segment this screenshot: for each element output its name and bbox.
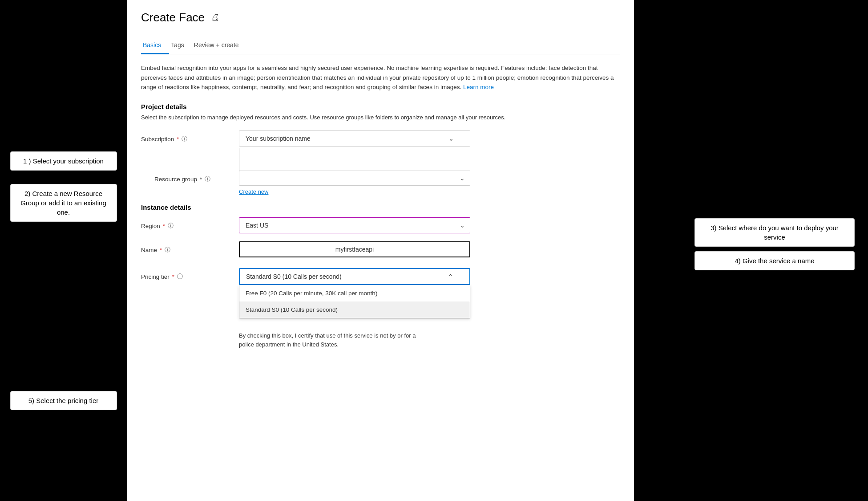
main-content: Create Face 🖨 Basics Tags Review + creat… xyxy=(127,0,634,501)
tab-tags[interactable]: Tags xyxy=(169,37,192,54)
right-sidebar: 3) Select where do you want to deploy yo… xyxy=(686,0,868,501)
region-info-icon[interactable]: ⓘ xyxy=(168,222,174,230)
annotation-5: 5) Select the pricing tier xyxy=(10,391,117,410)
instance-details-section: Instance details Region * ⓘ East US ⌄ Na… xyxy=(141,204,620,257)
tabs-bar: Basics Tags Review + create xyxy=(141,37,620,54)
pricing-option-standard[interactable]: Standard S0 (10 Calls per second) xyxy=(239,301,470,318)
resource-group-control: ⌄ Create new xyxy=(239,171,470,196)
rg-required: * xyxy=(200,176,202,183)
name-info-icon[interactable]: ⓘ xyxy=(165,246,170,254)
resource-group-label: Resource group * ⓘ xyxy=(154,171,239,183)
name-row: Name * ⓘ xyxy=(141,241,620,257)
tab-basics[interactable]: Basics xyxy=(141,37,169,54)
subscription-label: Subscription * ⓘ xyxy=(141,130,239,143)
create-new-link[interactable]: Create new xyxy=(239,188,268,195)
instance-details-title: Instance details xyxy=(141,204,620,211)
project-details-title: Project details xyxy=(141,103,620,110)
annotation-1: 1 ) Select your subscription xyxy=(10,151,117,171)
tab-review-create[interactable]: Review + create xyxy=(192,37,247,54)
subscription-select-wrapper: Your subscription name ⌄ xyxy=(239,130,470,147)
pricing-required: * xyxy=(172,273,174,280)
page-title-row: Create Face 🖨 xyxy=(141,11,620,24)
subscription-control: Your subscription name ⌄ xyxy=(239,130,470,147)
pricing-row: Pricing tier * ⓘ Standard S0 (10 Calls p… xyxy=(141,268,620,296)
region-control: East US ⌄ xyxy=(239,217,470,233)
region-dropdown[interactable]: East US xyxy=(239,217,470,233)
resource-group-row: Resource group * ⓘ ⌄ Create new xyxy=(141,171,620,196)
pricing-info-icon[interactable]: ⓘ xyxy=(177,273,183,281)
pricing-dropdown-options: Free F0 (20 Calls per minute, 30K call p… xyxy=(239,285,470,318)
pricing-chevron-up-icon: ⌃ xyxy=(448,273,453,280)
annotation-2: 2) Create a new Resource Group or add it… xyxy=(10,184,117,222)
left-sidebar: 1 ) Select your subscription 2) Create a… xyxy=(0,0,127,501)
name-input[interactable] xyxy=(239,241,470,257)
region-row: Region * ⓘ East US ⌄ xyxy=(141,217,620,233)
name-required: * xyxy=(160,247,162,253)
annotation-4: 4) Give the service a name xyxy=(694,251,855,270)
subscription-dropdown[interactable]: Your subscription name ⌄ xyxy=(239,130,470,147)
pricing-option-free[interactable]: Free F0 (20 Calls per minute, 30K call p… xyxy=(239,285,470,301)
project-details-sub: Select the subscription to manage deploy… xyxy=(141,113,620,122)
pricing-dropdown-container: Standard S0 (10 Calls per second) ⌃ Free… xyxy=(239,268,470,285)
print-icon[interactable]: 🖨 xyxy=(211,12,220,23)
name-label: Name * ⓘ xyxy=(141,241,239,254)
subscription-info-icon[interactable]: ⓘ xyxy=(182,135,187,143)
pricing-dropdown-header[interactable]: Standard S0 (10 Calls per second) ⌃ xyxy=(239,268,470,285)
service-description: Embed facial recognition into your apps … xyxy=(141,63,620,92)
rg-select-wrapper: ⌄ xyxy=(239,171,470,186)
annotation-3: 3) Select where do you want to deploy yo… xyxy=(694,218,855,247)
page-title: Create Face xyxy=(141,11,205,24)
name-control xyxy=(239,241,470,257)
resource-group-dropdown[interactable] xyxy=(239,171,470,186)
subscription-chevron-icon: ⌄ xyxy=(448,135,454,142)
pricing-label: Pricing tier * ⓘ xyxy=(141,268,239,281)
region-required: * xyxy=(163,223,165,229)
rg-info-icon[interactable]: ⓘ xyxy=(205,175,210,183)
certify-text: By checking this box, I certify that use… xyxy=(239,331,417,349)
region-select-wrapper: East US ⌄ xyxy=(239,217,470,233)
subscription-row: Subscription * ⓘ Your subscription name … xyxy=(141,130,620,147)
region-label: Region * ⓘ xyxy=(141,217,239,230)
pricing-control: Standard S0 (10 Calls per second) ⌃ Free… xyxy=(239,268,470,296)
subscription-required: * xyxy=(177,136,179,143)
learn-more-link[interactable]: Learn more xyxy=(463,84,494,90)
